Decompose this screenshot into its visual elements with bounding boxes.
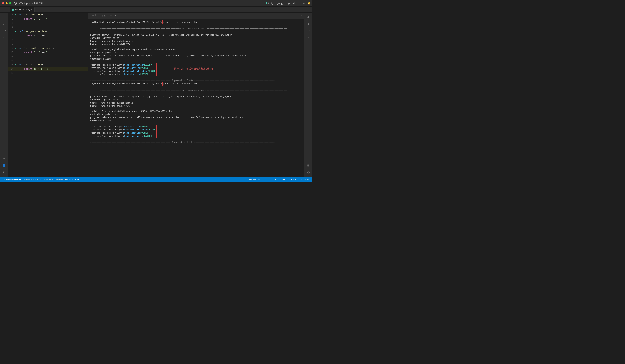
session1-collected: collected 4 items: [90, 57, 302, 60]
result-2-4: testcase/test_case_01.py::test_subtracti…: [92, 135, 155, 138]
run-icon[interactable]: ▶: [288, 2, 290, 5]
tab-close-icon[interactable]: ✕: [31, 9, 32, 11]
search-icon[interactable]: ⌕: [303, 2, 305, 5]
right-extensions-icon[interactable]: ⬡: [305, 169, 312, 175]
terminal-content[interactable]: (python385) yangkai@yangkaideMacBook-Pro…: [88, 19, 304, 177]
session2-command: pytest -v -s --random-order: [162, 82, 198, 86]
line-number-10: 10: [8, 50, 15, 54]
session1-plugins: plugins: Faker-18.9.0, repeat-0.9.3, all…: [90, 54, 302, 57]
code-line-10: 10 assert 3 * 3 == 9: [8, 50, 88, 54]
status-charset[interactable]: UTF-8: [279, 178, 286, 180]
more-options-icon[interactable]: ⋯: [298, 2, 301, 5]
code-line-6: 6 assert 5 - 3 == 2: [8, 33, 88, 38]
code-editor[interactable]: 1 ▶ def test_addition(): 2 assert 2 + 2 …: [8, 13, 88, 177]
run-button-1[interactable]: ▶: [15, 13, 18, 17]
line-number-1: 1: [8, 13, 15, 17]
result-1-3: testcase/test_case_01.py::test_multiplic…: [92, 70, 155, 73]
activity-git-icon[interactable]: ⎇: [1, 28, 7, 34]
file-title: test_case_01.py ▾: [266, 2, 286, 4]
right-warning-icon[interactable]: ⚠: [305, 35, 312, 41]
activity-account-icon[interactable]: 👤: [1, 162, 7, 168]
code-line-9: 9 ▶ def test_multiplication():: [8, 46, 88, 50]
line-number-9: 9: [8, 46, 15, 50]
code-line-1: 1 ▶ def test_addition():: [8, 13, 88, 17]
code-content-10: assert 3 * 3 == 9: [18, 50, 88, 54]
code-line-12: 12: [8, 58, 88, 63]
run-button-13[interactable]: ▶: [15, 63, 18, 67]
main-layout: ☰ ⌕ ⎇ ⬡ ⊞ ⊕ 👤 ⚙ 1 ▶ def test_addition():…: [0, 13, 312, 177]
session2-platform: platform darwin -- Python 3.8.5, pytest-…: [90, 95, 302, 98]
activity-remote-icon[interactable]: ⊕: [1, 155, 7, 162]
activity-debug-icon[interactable]: ⬡: [1, 35, 7, 41]
code-line-2: 2 assert 2 + 2 == 4: [8, 17, 88, 21]
session1-header: ========================================…: [90, 24, 302, 33]
terminal-panel: 终端 本地 ＋ ▾ — ✕ (python385) yangkai@yangka…: [88, 13, 304, 177]
session1-configfile: configfile: pytest.ini: [90, 51, 302, 54]
line-number-5: 5: [8, 29, 15, 33]
tab-more-icon[interactable]: ⋯: [34, 8, 40, 11]
breadcrumb: 第49课: 第三方库 › CASE29: Pytest › testcase ›…: [24, 178, 79, 181]
session2-cachedir: cachedir: .pytest_cache: [90, 98, 302, 101]
right-menu-icon[interactable]: ≡: [305, 21, 312, 27]
editor-area: 1 ▶ def test_addition(): 2 assert 2 + 2 …: [8, 13, 88, 177]
code-content-9: def test_multiplication():: [18, 46, 88, 50]
code-content-14: assert 10 / 2 == 5: [18, 67, 88, 71]
minimize-button[interactable]: [5, 2, 8, 4]
line-number-11: 11: [8, 54, 15, 58]
bell-icon[interactable]: 🔔: [308, 2, 311, 5]
line-number-13: 13: [8, 63, 15, 67]
terminal-close-icon[interactable]: ✕: [300, 14, 302, 17]
code-line-7: 7: [8, 38, 88, 42]
traffic-lights: [2, 2, 11, 4]
titlebar-icons: ▶ ⚙ ⋯ ⌕ 🔔: [288, 2, 311, 5]
run-button-9[interactable]: ▶: [15, 46, 18, 50]
code-line-15: 15: [8, 71, 88, 75]
activity-settings-icon[interactable]: ⚙: [1, 169, 7, 175]
terminal-actions: — ✕: [296, 14, 302, 17]
line-number-14: 14: [8, 67, 15, 71]
session1-results-area: testcase/test_case_01.py::test_subtracti…: [90, 62, 302, 77]
settings-icon[interactable]: ⚙: [293, 2, 295, 5]
spacer4: [90, 108, 302, 110]
editor-tab[interactable]: test_case_01.py ✕: [10, 7, 34, 12]
activity-search-icon[interactable]: ⌕: [1, 21, 7, 27]
result-1-2: testcase/test_case_01.py::test_addition …: [92, 66, 155, 70]
status-branch[interactable]: ⎇ PythonWorkspace: [2, 178, 22, 181]
add-terminal-icon[interactable]: ＋: [110, 14, 113, 18]
statusbar-left: ⎇ PythonWorkspace 第49课: 第三方库 › CASE29: P…: [2, 178, 79, 181]
result-1-1: testcase/test_case_01.py::test_subtracti…: [92, 63, 155, 66]
session1-prompt-text: (python385) yangkai@yangkaideMacBook-Pro…: [90, 21, 162, 24]
code-line-3: 3: [8, 21, 88, 25]
status-python[interactable]: python385: [300, 178, 311, 180]
activity-explorer-icon[interactable]: ☰: [1, 14, 7, 20]
line-number-2: 2: [8, 17, 15, 21]
right-refresh-icon[interactable]: ↺: [305, 28, 312, 34]
session2-prompt-text: (python385) yangkai@yangkaideMacBook-Pro…: [90, 82, 162, 85]
close-button[interactable]: [2, 2, 4, 4]
line-number-4: 4: [8, 25, 15, 29]
right-add-icon[interactable]: ⊕: [305, 14, 312, 20]
line-number-3: 3: [8, 21, 15, 25]
titlebar-right: test_case_01.py ▾ ▶ ⚙ ⋯ ⌕ 🔔: [266, 2, 311, 5]
run-button-5[interactable]: ▶: [15, 29, 18, 33]
spacer2: [90, 60, 302, 62]
status-spaces[interactable]: 4个空格: [288, 178, 297, 181]
terminal-tab[interactable]: 终端: [90, 13, 97, 18]
result-2-3: testcase/test_case_01.py::test_addition …: [92, 131, 155, 135]
session2-results-box: testcase/test_case_01.py::test_division …: [90, 125, 156, 138]
code-line-13: 13 ▶ def test_division():: [8, 63, 88, 67]
terminal-split-icon[interactable]: ▾: [115, 14, 116, 17]
current-func[interactable]: test_division(): [248, 178, 261, 180]
workspace-name: PythonWorkspace: [14, 2, 31, 4]
session1-rootdir: rootdir: /Users/yangkai/PythonWorkspace/…: [90, 48, 302, 51]
activity-extensions-icon[interactable]: ⊞: [1, 42, 7, 48]
terminal-minimize-icon[interactable]: —: [296, 14, 298, 17]
code-content-13: def test_division():: [18, 63, 88, 67]
right-layout-icon[interactable]: ⊟: [305, 162, 312, 168]
status-lf[interactable]: LF: [272, 178, 277, 180]
maximize-button[interactable]: [9, 2, 11, 4]
local-tab[interactable]: 本地: [100, 14, 107, 18]
code-content-2: assert 2 + 2 == 4: [18, 17, 88, 21]
code-line-11: 11: [8, 54, 88, 58]
annotation-text: 执行两次，测试用例顺序都是随机的: [174, 67, 213, 70]
